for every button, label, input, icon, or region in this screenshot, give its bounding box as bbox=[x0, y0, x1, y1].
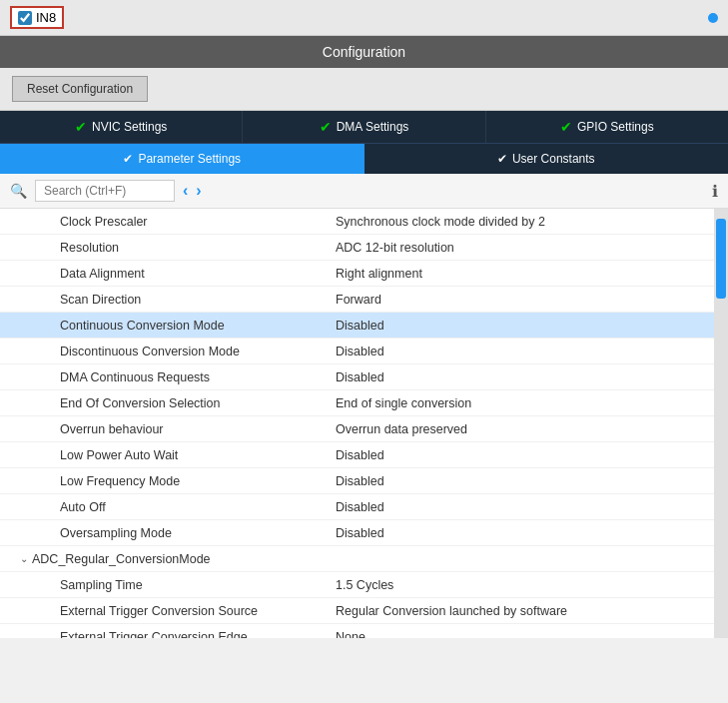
gpio-label: GPIO Settings bbox=[577, 120, 654, 134]
search-icon: 🔍 bbox=[10, 183, 27, 199]
param-name-resolution: Resolution bbox=[0, 237, 330, 259]
tab-nvic-settings[interactable]: ✔ NVIC Settings bbox=[0, 111, 243, 143]
scrollbar[interactable] bbox=[714, 209, 728, 638]
gpio-check-icon: ✔ bbox=[560, 119, 572, 135]
param-value-low-frequency-mode: Disabled bbox=[330, 470, 714, 492]
params-table: Clock Prescaler Synchronous clock mode d… bbox=[0, 209, 714, 638]
param-row-continuous-conversion[interactable]: Continuous Conversion Mode Disabled bbox=[0, 313, 714, 339]
param-row-low-frequency-mode: Low Frequency Mode Disabled bbox=[0, 468, 714, 494]
param-row-end-of-conversion: End Of Conversion Selection End of singl… bbox=[0, 390, 714, 416]
param-row-scan-direction: Scan Direction Forward bbox=[0, 287, 714, 313]
param-value-sampling-time: 1.5 Cycles bbox=[330, 574, 714, 596]
nvic-label: NVIC Settings bbox=[92, 120, 167, 134]
param-name-end-of-conversion: End Of Conversion Selection bbox=[0, 392, 330, 414]
param-value-clock-prescaler: Synchronous clock mode divided by 2 bbox=[330, 211, 714, 233]
param-name-auto-off: Auto Off bbox=[0, 496, 330, 518]
search-input[interactable] bbox=[35, 180, 175, 202]
tabs-row-1: ✔ NVIC Settings ✔ DMA Settings ✔ GPIO Se… bbox=[0, 111, 728, 143]
user-check-icon: ✔ bbox=[497, 152, 507, 166]
tab-user-constants[interactable]: ✔ User Constants bbox=[364, 144, 729, 174]
nvic-check-icon: ✔ bbox=[75, 119, 87, 135]
param-name-clock-prescaler: Clock Prescaler bbox=[0, 211, 330, 233]
in8-checkbox-container: IN8 bbox=[10, 6, 64, 29]
param-value-resolution: ADC 12-bit resolution bbox=[330, 237, 714, 259]
prev-arrow-icon[interactable]: ‹ bbox=[183, 182, 188, 200]
param-value-end-of-conversion: End of single conversion bbox=[330, 392, 714, 414]
param-name-oversampling-mode: Oversampling Mode bbox=[0, 522, 330, 544]
param-value-low-power-auto-wait: Disabled bbox=[330, 444, 714, 466]
param-name-discontinuous-conversion: Discontinuous Conversion Mode bbox=[0, 341, 330, 362]
param-name-ext-trigger-source: External Trigger Conversion Source bbox=[0, 600, 330, 622]
param-name-ext-trigger-edge: External Trigger Conversion Edge bbox=[0, 626, 330, 639]
param-name-continuous-conversion: Continuous Conversion Mode bbox=[0, 315, 330, 337]
top-bar: IN8 bbox=[0, 0, 728, 36]
in8-label: IN8 bbox=[36, 10, 56, 25]
param-name-sampling-time: Sampling Time bbox=[0, 574, 330, 596]
reset-configuration-button[interactable]: Reset Configuration bbox=[12, 76, 148, 102]
param-value-ext-trigger-edge: None bbox=[330, 626, 714, 639]
param-row-overrun: Overrun behaviour Overrun data preserved bbox=[0, 416, 714, 442]
param-row-low-power-auto-wait: Low Power Auto Wait Disabled bbox=[0, 442, 714, 468]
configuration-header: Configuration bbox=[0, 36, 728, 68]
param-value-data-alignment: Right alignment bbox=[330, 263, 714, 285]
param-value-discontinuous-conversion: Disabled bbox=[330, 341, 714, 362]
param-value-overrun: Overrun data preserved bbox=[330, 418, 714, 440]
param-value-scan-direction: Forward bbox=[330, 289, 714, 311]
param-name-low-power-auto-wait: Low Power Auto Wait bbox=[0, 444, 330, 466]
param-row-ext-trigger-edge: External Trigger Conversion Edge None bbox=[0, 624, 714, 638]
reset-bar: Reset Configuration bbox=[0, 68, 728, 111]
tabs-row-2: ✔ Parameter Settings ✔ User Constants bbox=[0, 143, 728, 174]
tab-parameter-settings[interactable]: ✔ Parameter Settings bbox=[0, 144, 364, 174]
param-value-dma-continuous: Disabled bbox=[330, 366, 714, 388]
param-check-icon: ✔ bbox=[123, 152, 133, 166]
param-value-oversampling-mode: Disabled bbox=[330, 522, 714, 544]
param-name-scan-direction: Scan Direction bbox=[0, 289, 330, 311]
param-name-dma-continuous: DMA Continuous Requests bbox=[0, 366, 330, 388]
main-content: Clock Prescaler Synchronous clock mode d… bbox=[0, 209, 728, 638]
param-row-sampling-time: Sampling Time 1.5 Cycles bbox=[0, 572, 714, 598]
dma-label: DMA Settings bbox=[337, 120, 409, 134]
param-row-dma-continuous: DMA Continuous Requests Disabled bbox=[0, 364, 714, 390]
param-name-low-frequency-mode: Low Frequency Mode bbox=[0, 470, 330, 492]
adc-section-label: ADC_Regular_ConversionMode bbox=[32, 552, 211, 566]
param-row-clock-prescaler: Clock Prescaler Synchronous clock mode d… bbox=[0, 209, 714, 235]
param-row-discontinuous-conversion: Discontinuous Conversion Mode Disabled bbox=[0, 339, 714, 364]
scrollbar-thumb[interactable] bbox=[716, 219, 726, 299]
tab-dma-settings[interactable]: ✔ DMA Settings bbox=[243, 111, 485, 143]
param-row-oversampling-mode: Oversampling Mode Disabled bbox=[0, 520, 714, 546]
next-arrow-icon[interactable]: › bbox=[196, 182, 201, 200]
in8-checkbox[interactable] bbox=[18, 11, 32, 25]
param-row-resolution: Resolution ADC 12-bit resolution bbox=[0, 235, 714, 261]
dma-check-icon: ✔ bbox=[320, 119, 332, 135]
section-adc-regular[interactable]: ⌄ ADC_Regular_ConversionMode bbox=[0, 546, 714, 572]
param-name-data-alignment: Data Alignment bbox=[0, 263, 330, 285]
info-icon: ℹ bbox=[712, 182, 718, 201]
search-bar: 🔍 ‹ › ℹ bbox=[0, 174, 728, 209]
adc-section-chevron-icon: ⌄ bbox=[20, 553, 28, 564]
status-dot bbox=[708, 13, 718, 23]
param-value-auto-off: Disabled bbox=[330, 496, 714, 518]
param-row-ext-trigger-source: External Trigger Conversion Source Regul… bbox=[0, 598, 714, 624]
param-label: Parameter Settings bbox=[138, 152, 241, 166]
param-value-ext-trigger-source: Regular Conversion launched by software bbox=[330, 600, 714, 622]
user-label: User Constants bbox=[512, 152, 595, 166]
param-row-data-alignment: Data Alignment Right alignment bbox=[0, 261, 714, 287]
param-row-auto-off: Auto Off Disabled bbox=[0, 494, 714, 520]
param-name-overrun: Overrun behaviour bbox=[0, 418, 330, 440]
param-value-continuous-conversion: Disabled bbox=[330, 315, 714, 337]
tab-gpio-settings[interactable]: ✔ GPIO Settings bbox=[486, 111, 728, 143]
